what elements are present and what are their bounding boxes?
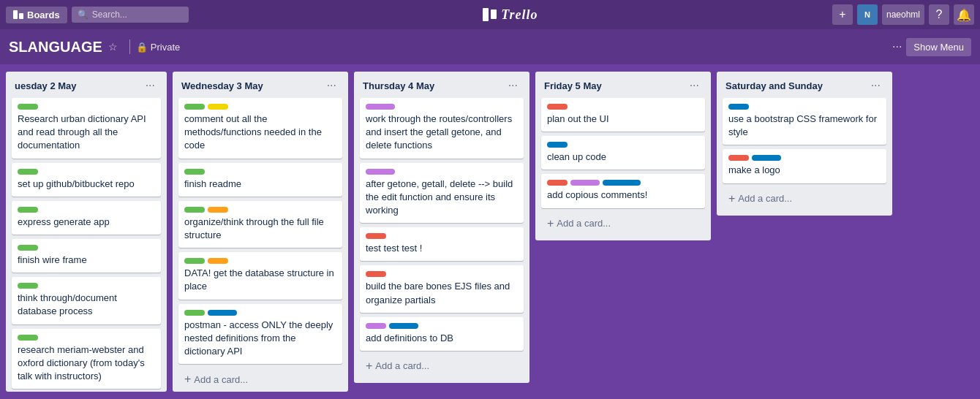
purple-label — [366, 169, 395, 175]
list-list-1: uesday 2 May···Research urban dictionary… — [6, 72, 167, 392]
add-card-label: Add a card... — [194, 374, 248, 385]
board-header-right: ··· Show Menu — [892, 38, 971, 56]
card-text: postman - access ONLY the deeply nested … — [184, 319, 336, 359]
boards-button[interactable]: Boards — [6, 7, 67, 23]
list-header: Friday 5 May··· — [541, 77, 705, 94]
info-button[interactable]: ? — [929, 4, 949, 25]
list-header: Saturday and Sunday··· — [723, 77, 886, 94]
boards-label: Boards — [27, 10, 60, 20]
add-card-button[interactable]: +Add a card... — [360, 355, 524, 377]
card-text: express generate app — [18, 216, 155, 229]
card[interactable]: work through the routes/controllers and … — [360, 98, 524, 159]
green-label — [18, 245, 38, 251]
card[interactable]: test test test ! — [360, 227, 524, 261]
plus-icon: + — [728, 192, 735, 205]
card[interactable]: set up github/bitbucket repo — [12, 163, 161, 197]
card[interactable]: express generate app — [12, 201, 161, 235]
card-labels — [18, 283, 155, 289]
board-body: uesday 2 May···Research urban dictionary… — [0, 64, 980, 399]
blue-label — [208, 310, 237, 316]
notifications-button[interactable]: 🔔 — [954, 4, 974, 25]
card-text: after getone, getall, delete --> build t… — [366, 178, 518, 218]
list-list-3: Thursday 4 May···work through the routes… — [354, 72, 529, 383]
purple-label — [366, 323, 386, 329]
blue-label — [728, 104, 749, 110]
card-text: set up github/bitbucket repo — [18, 178, 155, 191]
card-labels — [184, 258, 336, 264]
card[interactable]: finish readme — [178, 163, 342, 197]
add-button[interactable]: + — [832, 4, 853, 25]
card[interactable]: organize/think through the full file str… — [178, 201, 342, 248]
avatar[interactable]: N — [857, 4, 878, 25]
trello-text: Trello — [501, 7, 538, 23]
orange-label — [208, 258, 228, 264]
card[interactable]: add copious comments! — [541, 174, 705, 208]
card[interactable]: build the bare bones EJS files and organ… — [360, 265, 524, 312]
card[interactable]: clean up code — [541, 136, 705, 170]
red-label — [547, 180, 568, 186]
card-text: Research urban dictionary API and read t… — [18, 113, 155, 153]
card-labels — [366, 104, 518, 110]
nav-center-logo: Trello — [193, 7, 828, 23]
blue-label — [752, 155, 781, 161]
add-card-button[interactable]: +Add a card... — [541, 213, 705, 235]
purple-label — [366, 104, 395, 110]
search-input[interactable] — [72, 7, 189, 23]
card-labels — [18, 169, 155, 175]
list-menu-button[interactable]: ··· — [324, 79, 339, 92]
logo-col-left — [483, 8, 489, 21]
add-card-button[interactable]: +Add a card... — [723, 188, 886, 210]
list-menu-button[interactable]: ··· — [143, 79, 158, 92]
lock-icon: 🔒 — [136, 42, 148, 53]
list-menu-button[interactable]: ··· — [868, 79, 883, 92]
green-label — [18, 283, 38, 289]
card[interactable]: finish wire frame — [12, 239, 161, 273]
ellipsis-icon: ··· — [892, 40, 902, 53]
list-title: Thursday 4 May — [363, 80, 434, 91]
card-labels — [366, 271, 518, 277]
card-labels — [366, 323, 518, 329]
green-label — [18, 207, 38, 213]
list-header: Wednesday 3 May··· — [178, 77, 342, 94]
board-star-icon[interactable]: ☆ — [108, 41, 118, 53]
card[interactable]: plan out the UI — [541, 98, 705, 132]
card-labels — [18, 207, 155, 213]
card[interactable]: Research urban dictionary API and read t… — [12, 98, 161, 159]
card[interactable]: postman - access ONLY the deeply nested … — [178, 304, 342, 365]
card[interactable]: use a bootstrap CSS framework for style — [723, 98, 886, 145]
board-header-divider — [129, 39, 130, 54]
green-label — [184, 310, 205, 316]
board-icon — [13, 10, 23, 19]
card-text: test test test ! — [366, 242, 518, 255]
card[interactable]: DATA! get the database structure in plac… — [178, 252, 342, 299]
list-menu-button[interactable]: ··· — [505, 79, 521, 92]
red-label — [728, 155, 749, 161]
card[interactable]: think through/document database process — [12, 277, 161, 324]
username-button[interactable]: naeohml — [882, 4, 924, 25]
blue-label — [389, 323, 418, 329]
show-menu-button[interactable]: Show Menu — [906, 38, 971, 56]
list-title: Saturday and Sunday — [725, 80, 823, 91]
list-header: Thursday 4 May··· — [360, 77, 524, 94]
visibility-label: Private — [151, 42, 180, 53]
search-wrapper: 🔍 — [72, 7, 189, 23]
card-labels — [366, 169, 518, 175]
card[interactable]: after getone, getall, delete --> build t… — [360, 163, 524, 224]
red-label — [366, 271, 386, 277]
list-menu-button[interactable]: ··· — [687, 79, 702, 92]
green-label — [184, 104, 205, 110]
plus-icon: + — [366, 360, 372, 373]
top-navigation: Boards 🔍 Trello + N naeohml ? 🔔 — [0, 0, 980, 29]
card-text: plan out the UI — [547, 113, 699, 126]
add-card-label: Add a card... — [557, 218, 611, 229]
card[interactable]: research meriam-webster and oxford dicti… — [12, 329, 161, 390]
card[interactable]: add definitions to DB — [360, 317, 524, 351]
card[interactable]: make a logo — [723, 149, 886, 183]
card-labels — [18, 335, 155, 341]
card-text: comment out all the methods/functions ne… — [184, 113, 336, 153]
card[interactable]: comment out all the methods/functions ne… — [178, 98, 342, 159]
list-list-4: Friday 5 May···plan out the UIclean up c… — [535, 72, 711, 240]
card-text: use a bootstrap CSS framework for style — [728, 113, 881, 139]
add-card-label: Add a card... — [375, 360, 429, 371]
add-card-button[interactable]: +Add a card... — [178, 368, 342, 390]
